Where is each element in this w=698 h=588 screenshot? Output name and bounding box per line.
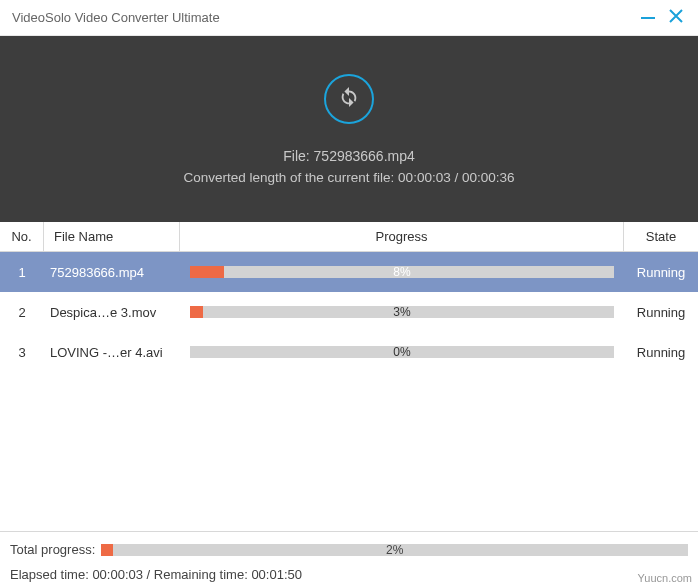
table-row[interactable]: 2Despica…e 3.mov3%Running <box>0 292 698 332</box>
progress-bar: 3% <box>190 306 614 318</box>
row-no: 1 <box>0 265 44 280</box>
app-title: VideoSolo Video Converter Ultimate <box>12 10 630 25</box>
progress-bar: 0% <box>190 346 614 358</box>
row-state: Running <box>624 345 698 360</box>
col-header-no: No. <box>0 222 44 251</box>
row-progress: 0% <box>180 346 624 358</box>
minimize-icon <box>641 17 655 19</box>
progress-spinner <box>324 74 374 124</box>
table-row[interactable]: 1752983666.mp48%Running <box>0 252 698 292</box>
progress-pct: 3% <box>190 305 614 319</box>
row-no: 3 <box>0 345 44 360</box>
footer: Total progress: 2% Elapsed time: 00:00:0… <box>0 531 698 588</box>
close-button[interactable] <box>666 8 686 28</box>
current-file-line: File: 752983666.mp4 <box>283 148 415 164</box>
total-progress-row: Total progress: 2% <box>10 542 688 557</box>
table-header: No. File Name Progress State <box>0 222 698 252</box>
row-filename: 752983666.mp4 <box>44 265 180 280</box>
status-panel: File: 752983666.mp4 Converted length of … <box>0 36 698 222</box>
total-progress-bar: 2% <box>101 544 688 556</box>
total-progress-label: Total progress: <box>10 542 95 557</box>
titlebar: VideoSolo Video Converter Ultimate <box>0 0 698 36</box>
file-prefix: File: <box>283 148 313 164</box>
watermark: Yuucn.com <box>638 572 692 584</box>
col-header-filename: File Name <box>44 222 180 251</box>
row-state: Running <box>624 305 698 320</box>
current-file-name: 752983666.mp4 <box>314 148 415 164</box>
progress-pct: 0% <box>190 345 614 359</box>
close-icon <box>669 9 683 27</box>
progress-pct: 8% <box>190 265 614 279</box>
row-progress: 3% <box>180 306 624 318</box>
table-body: 1752983666.mp48%Running2Despica…e 3.mov3… <box>0 252 698 531</box>
progress-bar: 8% <box>190 266 614 278</box>
row-progress: 8% <box>180 266 624 278</box>
time-line: Elapsed time: 00:00:03 / Remaining time:… <box>10 567 688 582</box>
col-header-state: State <box>624 222 698 251</box>
row-no: 2 <box>0 305 44 320</box>
row-filename: LOVING -…er 4.avi <box>44 345 180 360</box>
col-header-progress: Progress <box>180 222 624 251</box>
refresh-icon <box>338 86 360 111</box>
total-progress-pct: 2% <box>101 543 688 557</box>
row-filename: Despica…e 3.mov <box>44 305 180 320</box>
minimize-button[interactable] <box>638 8 658 28</box>
table-row[interactable]: 3LOVING -…er 4.avi0%Running <box>0 332 698 372</box>
converted-length-line: Converted length of the current file: 00… <box>183 170 514 185</box>
row-state: Running <box>624 265 698 280</box>
